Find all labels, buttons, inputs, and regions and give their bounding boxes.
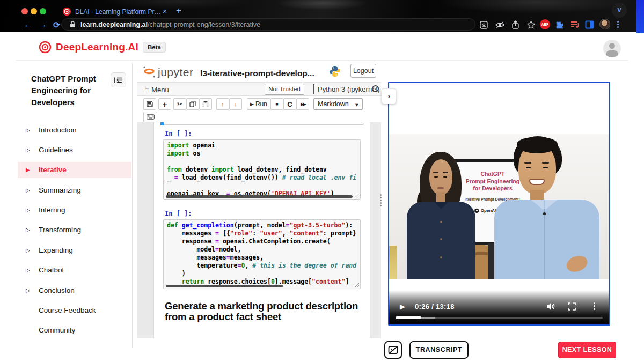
bookmark-star-icon[interactable] (526, 20, 536, 29)
caret-icon: ▷ (26, 127, 39, 133)
play-icon[interactable]: ▶ (400, 302, 405, 311)
site-brand-name: DeepLearning.AI (56, 41, 138, 53)
user-avatar[interactable] (603, 40, 621, 57)
code-cell-input[interactable]: import openaiimport os from dotenv impor… (163, 139, 361, 200)
presenter-left-torso (407, 202, 475, 279)
side-panel-icon[interactable] (585, 20, 594, 29)
cell-prompt: In [ ]: (165, 130, 192, 137)
video-progress-track[interactable] (396, 317, 603, 319)
jupyter-wordmark: jupyter (158, 66, 194, 79)
menu-button[interactable]: ≡Menu (145, 85, 169, 94)
maximize-window-button[interactable] (40, 8, 46, 14)
dropdown-caret-icon: ▾ (355, 100, 358, 108)
command-palette-button[interactable] (143, 112, 157, 122)
volume-icon[interactable] (546, 302, 555, 311)
move-cell-up-button[interactable]: ↑ (216, 98, 229, 110)
logout-button[interactable]: Logout (350, 64, 376, 78)
save-icon (147, 101, 153, 107)
fullscreen-icon[interactable] (568, 302, 576, 311)
adblock-icon[interactable]: ABP (540, 19, 550, 29)
resize-grip-icon[interactable] (355, 283, 359, 287)
sidebar-item-course-feedback[interactable]: Course Feedback (18, 302, 131, 319)
cell-marker (160, 122, 164, 125)
caret-icon: ▷ (26, 287, 39, 293)
move-cell-down-button[interactable]: ↓ (229, 98, 242, 110)
sidebar-item-inferring[interactable]: ▷Inferring (18, 202, 131, 218)
transcript-button[interactable]: TRANSCRIPT (409, 341, 469, 359)
browser-profile-avatar[interactable] (599, 19, 610, 29)
sidebar-item-community[interactable]: Community (18, 322, 131, 338)
tab-close-icon[interactable]: × (163, 7, 167, 16)
restart-run-all-button[interactable]: ▶▶ (296, 98, 309, 110)
sidebar-item-chatbot[interactable]: ▷Chatbot (18, 262, 131, 278)
cell-prompt: In [ ]: (165, 210, 192, 217)
sidebar-item-label: Conclusion (39, 286, 75, 294)
close-window-button[interactable] (21, 8, 28, 14)
paste-icon (202, 101, 209, 107)
download-icon[interactable] (479, 20, 488, 29)
sidebar-collapse-button[interactable] (111, 72, 126, 87)
restart-kernel-button[interactable]: C (283, 98, 296, 110)
markdown-heading: Generate a marketing product description… (165, 301, 368, 322)
screen: DLAI - Learning Platform Proto × + ← → ⟳… (0, 0, 644, 362)
stop-kernel-button[interactable]: ■ (270, 98, 283, 110)
sidebar-item-iterative[interactable]: ▶Iterative (18, 162, 131, 178)
extension-puzzle-icon[interactable] (555, 20, 565, 30)
add-cell-button[interactable]: + (158, 98, 171, 110)
sidebar-item-expanding[interactable]: ▷Expanding (18, 242, 131, 258)
jupyter-logo: jupyter (143, 65, 194, 79)
site-brand[interactable]: DeepLearning.AI Beta (39, 41, 166, 54)
kernel-status-icon (372, 85, 379, 92)
share-icon[interactable] (511, 20, 519, 29)
resize-grip-icon[interactable] (355, 194, 359, 198)
run-cell-button[interactable]: ▶Run (247, 98, 270, 110)
sidebar-item-transforming[interactable]: ▷Transforming (18, 222, 131, 238)
back-icon[interactable]: ← (24, 20, 32, 29)
toggle-video-button[interactable] (384, 341, 402, 359)
code-cell-input[interactable]: def get_completion(prompt, model="gpt-3.… (163, 219, 361, 289)
sidebar-divider (132, 63, 133, 348)
python-icon (329, 65, 341, 77)
video-menu-icon[interactable] (594, 301, 596, 312)
sidebar-item-label: Introduction (39, 126, 77, 134)
kernel-name[interactable]: Python 3 (ipykernel) (318, 85, 380, 93)
video-flyout-button[interactable]: › (382, 88, 396, 104)
cell-hscrollbar[interactable] (166, 285, 283, 287)
copy-icon (189, 101, 196, 107)
browser-menu-icon[interactable] (617, 20, 619, 29)
browser-chrome: DLAI - Learning Platform Proto × + ← → ⟳… (0, 0, 644, 32)
eye-off-icon[interactable] (495, 20, 505, 29)
reload-icon[interactable]: ⟳ (53, 20, 60, 30)
sidebar-item-guidelines[interactable]: ▷Guidelines (18, 142, 131, 158)
playlist-icon[interactable] (570, 20, 580, 29)
sidebar-item-summarizing[interactable]: ▷Summarizing (18, 182, 131, 198)
copy-cell-button[interactable] (186, 98, 199, 110)
presenter-left-face (429, 159, 452, 195)
caret-icon: ▷ (26, 267, 39, 273)
url-text[interactable]: learn.deeplearning.ai/chatgpt-prompt-eng… (80, 21, 260, 28)
sidebar-item-label: Transforming (39, 226, 81, 234)
panel-drag-handle[interactable] (380, 193, 382, 208)
video-frame: ChatGPTPrompt Engineeringfor Developers … (389, 134, 609, 279)
cell-hscrollbar[interactable] (166, 195, 353, 198)
paste-cell-button[interactable] (199, 98, 212, 110)
desktop-edge (636, 0, 644, 33)
notebook-title[interactable]: l3-iterative-prompt-develop... (200, 69, 314, 78)
save-button[interactable] (143, 98, 156, 110)
sidebar-item-label: Inferring (39, 206, 65, 214)
cell-type-dropdown[interactable]: Markdown▾ (313, 98, 363, 110)
video-player[interactable]: ChatGPTPrompt Engineeringfor Developers … (388, 82, 610, 326)
new-tab-icon[interactable]: + (176, 5, 181, 16)
forward-icon[interactable]: → (39, 20, 47, 29)
not-trusted-button[interactable]: Not Trusted (265, 84, 304, 95)
sidebar-item-conclusion[interactable]: ▷Conclusion (18, 282, 131, 298)
notebook-scroll-area[interactable]: In [ ]: import openaiimport os from dote… (137, 122, 381, 338)
sidebar-item-label: Expanding (39, 246, 73, 254)
sidebar-item-introduction[interactable]: ▷Introduction (18, 122, 131, 138)
browser-tab-title[interactable]: DLAI - Learning Platform Proto (75, 8, 161, 16)
next-lesson-button[interactable]: NEXT LESSON (558, 342, 616, 358)
window-chevron-icon[interactable]: v (612, 3, 627, 18)
minimize-window-button[interactable] (31, 8, 37, 14)
openai-logo: OpenAI (474, 208, 496, 213)
cut-cell-button[interactable]: ✂ (173, 98, 186, 110)
